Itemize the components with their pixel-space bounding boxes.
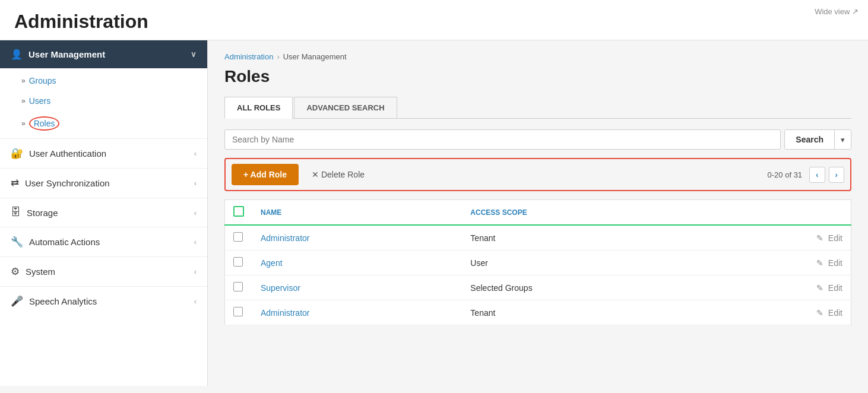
row-name[interactable]: Administrator (252, 225, 462, 251)
delete-role-button[interactable]: ✕ Delete Role (305, 165, 372, 184)
table-row: Administrator Tenant ✎ Edit (225, 225, 851, 251)
storage-icon: 🗄 (11, 207, 21, 218)
row-checkbox-cell[interactable] (225, 300, 253, 325)
user-management-chevron: ∨ (191, 50, 197, 59)
table-row: Agent User ✎ Edit (225, 251, 851, 275)
row-checkbox[interactable] (233, 232, 243, 242)
breadcrumb-administration[interactable]: Administration (224, 52, 273, 61)
row-checkbox[interactable] (233, 257, 243, 267)
speech-analytics-label: Speech Analytics (29, 296, 97, 306)
row-edit-button[interactable]: ✎ Edit (714, 275, 851, 300)
storage-label: Storage (27, 208, 58, 218)
tab-advanced-search[interactable]: ADVANCED SEARCH (294, 97, 397, 118)
main-content: Administration › User Management Roles A… (208, 40, 868, 386)
row-checkbox-cell[interactable] (225, 275, 253, 300)
sidebar-item-system[interactable]: ⚙ System ‹ (0, 256, 207, 286)
user-auth-chevron: ‹ (194, 149, 197, 158)
user-sync-icon: ⇄ (11, 177, 19, 189)
search-button[interactable]: Search (785, 130, 834, 149)
roles-label: Roles (29, 116, 60, 131)
page-title: Administration (14, 11, 854, 33)
sidebar-item-groups[interactable]: » Groups (0, 71, 207, 91)
row-checkbox-cell[interactable] (225, 251, 253, 275)
pagination-prev-button[interactable]: ‹ (809, 167, 825, 183)
user-sync-chevron: ‹ (194, 179, 197, 188)
edit-icon: ✎ (816, 233, 823, 243)
tab-all-roles[interactable]: ALL ROLES (224, 97, 293, 119)
row-access-scope: Tenant (462, 300, 713, 325)
row-name[interactable]: Supervisor (252, 275, 462, 300)
delete-role-label: ✕ Delete Role (312, 170, 365, 179)
pagination-count: 0-20 of 31 (768, 170, 803, 179)
breadcrumb: Administration › User Management (224, 52, 851, 61)
edit-icon: ✎ (816, 258, 823, 268)
action-row: + Add Role ✕ Delete Role 0-20 of 31 ‹ › (224, 158, 851, 191)
page-header: Administration Wide view ↗ (0, 0, 868, 40)
row-name[interactable]: Agent (252, 251, 462, 275)
row-access-scope: Tenant (462, 225, 713, 251)
system-label: System (26, 267, 55, 277)
sidebar-item-speech-analytics[interactable]: 🎤 Speech Analytics ‹ (0, 286, 207, 316)
roles-chevron-icon: » (21, 119, 26, 128)
table-header-checkbox[interactable] (225, 200, 253, 226)
row-edit-button[interactable]: ✎ Edit (714, 300, 851, 325)
tabs: ALL ROLES ADVANCED SEARCH (224, 97, 851, 119)
breadcrumb-user-management: User Management (283, 52, 347, 61)
system-chevron: ‹ (194, 267, 197, 276)
sidebar-user-management-label: User Management (28, 49, 105, 59)
pagination: 0-20 of 31 ‹ › (768, 167, 844, 183)
sidebar-item-roles[interactable]: » Roles (0, 111, 207, 136)
user-sync-label: User Synchronization (25, 178, 110, 188)
table-header-actions (714, 200, 851, 226)
users-label: Users (29, 96, 51, 106)
sidebar: 👤 User Management ∨ » Groups » Users » R… (0, 40, 208, 386)
groups-chevron-icon: » (21, 77, 26, 85)
edit-icon: ✎ (816, 308, 823, 318)
user-auth-icon: 🔐 (11, 147, 23, 160)
auto-actions-chevron: ‹ (194, 237, 197, 246)
sidebar-item-automatic-actions[interactable]: 🔧 Automatic Actions ‹ (0, 227, 207, 256)
search-row: Search ▾ (224, 129, 851, 150)
edit-icon: ✎ (816, 283, 823, 293)
user-auth-label: User Authentication (29, 148, 106, 159)
auto-actions-label: Automatic Actions (29, 237, 100, 247)
table-header-access-scope: ACCESS SCOPE (462, 200, 713, 226)
table-row: Administrator Tenant ✎ Edit (225, 300, 851, 325)
speech-analytics-chevron: ‹ (194, 297, 197, 306)
users-chevron-icon: » (21, 97, 26, 105)
sidebar-item-user-synchronization[interactable]: ⇄ User Synchronization ‹ (0, 168, 207, 198)
sidebar-subitems: » Groups » Users » Roles (0, 68, 207, 138)
search-button-group: Search ▾ (784, 129, 851, 150)
roles-table: NAME ACCESS SCOPE Administrator Tenant ✎… (224, 199, 851, 325)
speech-analytics-icon: 🎤 (11, 295, 23, 308)
row-access-scope: Selected Groups (462, 275, 713, 300)
groups-label: Groups (29, 76, 56, 85)
sidebar-item-user-authentication[interactable]: 🔐 User Authentication ‹ (0, 138, 207, 168)
user-management-icon: 👤 (11, 49, 23, 60)
search-input[interactable] (224, 129, 781, 150)
content-title: Roles (224, 67, 851, 86)
search-dropdown-button[interactable]: ▾ (834, 130, 851, 149)
sidebar-user-management-header[interactable]: 👤 User Management ∨ (0, 40, 207, 68)
add-role-button[interactable]: + Add Role (232, 164, 299, 185)
breadcrumb-separator: › (277, 52, 279, 61)
row-edit-button[interactable]: ✎ Edit (714, 225, 851, 251)
table-row: Supervisor Selected Groups ✎ Edit (225, 275, 851, 300)
table-header-row: NAME ACCESS SCOPE (225, 200, 851, 226)
wide-view-button[interactable]: Wide view ↗ (815, 7, 859, 16)
sidebar-item-users[interactable]: » Users (0, 91, 207, 111)
row-edit-button[interactable]: ✎ Edit (714, 251, 851, 275)
auto-actions-icon: 🔧 (11, 236, 23, 248)
sidebar-item-storage[interactable]: 🗄 Storage ‹ (0, 198, 207, 227)
table-header-name: NAME (252, 200, 462, 226)
action-row-left: + Add Role ✕ Delete Role (232, 164, 372, 185)
row-access-scope: User (462, 251, 713, 275)
row-checkbox-cell[interactable] (225, 225, 253, 251)
select-all-checkbox[interactable] (233, 206, 244, 217)
row-checkbox[interactable] (233, 282, 243, 291)
row-name[interactable]: Administrator (252, 300, 462, 325)
storage-chevron: ‹ (194, 208, 197, 217)
pagination-next-button[interactable]: › (829, 167, 844, 183)
system-icon: ⚙ (11, 265, 20, 278)
row-checkbox[interactable] (233, 307, 243, 316)
